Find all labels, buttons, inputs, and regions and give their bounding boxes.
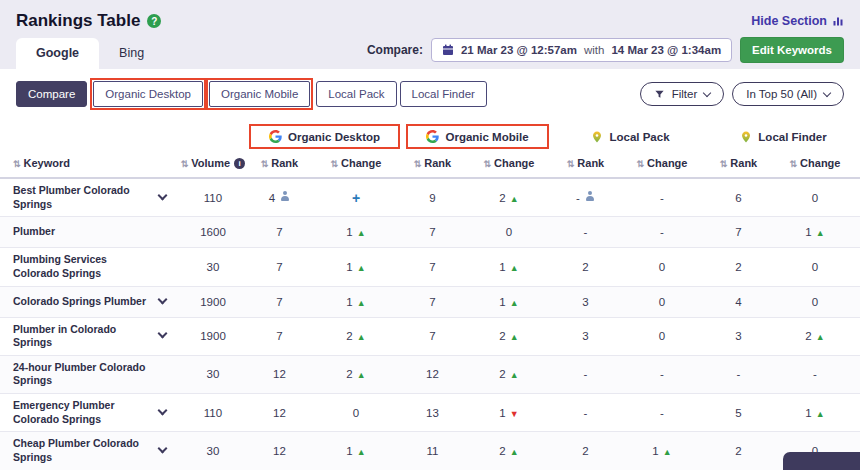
column-header-rank[interactable]: ⇅Rank xyxy=(554,154,617,178)
chevron-down-icon[interactable] xyxy=(158,190,168,200)
change-cell: 1▲ xyxy=(464,286,554,317)
rank-cell: 7 xyxy=(401,286,464,317)
rank-value: 2 xyxy=(582,445,588,457)
rank-value: 12 xyxy=(273,445,286,457)
rank-value: 7 xyxy=(276,226,282,238)
change-value: - xyxy=(660,368,664,380)
change-value: - xyxy=(813,368,817,380)
compare-button[interactable]: Compare xyxy=(16,81,87,107)
column-header-rank[interactable]: ⇅Rank xyxy=(707,154,770,178)
help-icon[interactable]: ? xyxy=(147,14,161,28)
change-cell: 2▲ xyxy=(311,317,401,355)
change-cell: 1▼ xyxy=(464,394,554,432)
chevron-down-icon[interactable] xyxy=(158,444,168,454)
rank-cell: 4 xyxy=(248,178,311,217)
compare-date-from: 21 Mar 23 @ 12:57am xyxy=(461,44,577,56)
change-value: 0 xyxy=(812,192,818,204)
up-arrow-icon: ▲ xyxy=(816,228,825,238)
change-cell: 0 xyxy=(617,317,707,355)
rank-cell: 6 xyxy=(707,178,770,217)
chevron-down-icon[interactable] xyxy=(158,405,168,415)
change-cell: 1▲ xyxy=(311,432,401,470)
change-value: 2 xyxy=(346,330,352,342)
rank-value: 12 xyxy=(273,407,286,419)
change-value: 0 xyxy=(659,296,665,308)
bottom-right-widget[interactable] xyxy=(783,452,860,470)
up-arrow-icon: ▲ xyxy=(357,370,366,380)
rank-cell: - xyxy=(554,355,617,393)
keyword-label: Plumber xyxy=(13,225,55,237)
local-finder-button[interactable]: Local Finder xyxy=(400,81,487,107)
date-range-picker[interactable]: 21 Mar 23 @ 12:57am with 14 Mar 23 @ 1:3… xyxy=(431,38,732,62)
keyword-label: Emergency Plumber Colorado Springs xyxy=(13,399,115,425)
chevron-down-icon[interactable] xyxy=(158,329,168,339)
table-toolbar: Compare Organic Desktop Organic Mobile L… xyxy=(0,69,860,118)
change-cell: 1▲ xyxy=(770,217,860,248)
column-header-change[interactable]: ⇅Change xyxy=(770,154,860,178)
chevron-down-icon xyxy=(823,88,831,96)
table-row: Plumber160071▲70--71▲ xyxy=(0,217,860,248)
group-header-organic-mobile: Organic Mobile xyxy=(406,124,548,149)
column-header-rank[interactable]: ⇅Rank xyxy=(401,154,464,178)
volume-cell: 1900 xyxy=(178,286,248,317)
change-cell: 1▲ xyxy=(464,248,554,286)
keyword-cell: Plumber in Colorado Springs xyxy=(0,317,178,355)
edit-keywords-button[interactable]: Edit Keywords xyxy=(740,37,844,63)
volume-cell: 1900 xyxy=(178,317,248,355)
local-pack-button[interactable]: Local Pack xyxy=(316,81,396,107)
organic-desktop-button[interactable]: Organic Desktop xyxy=(93,81,203,107)
rank-cell: 12 xyxy=(401,355,464,393)
chevron-down-icon xyxy=(703,88,711,96)
tab-google[interactable]: Google xyxy=(16,38,99,69)
rank-value: 7 xyxy=(276,330,282,342)
rank-cell: 3 xyxy=(707,317,770,355)
volume-cell: 30 xyxy=(178,432,248,470)
change-value: 2 xyxy=(805,330,811,342)
column-header-rank[interactable]: ⇅Rank xyxy=(248,154,311,178)
column-header-change[interactable]: ⇅Change xyxy=(464,154,554,178)
column-header-volume[interactable]: ⇅Volumei xyxy=(178,154,248,178)
calendar-icon xyxy=(442,44,454,56)
table-row: 24-hour Plumber Colorado Springs30122▲12… xyxy=(0,355,860,393)
change-cell: 1▲ xyxy=(770,394,860,432)
volume-cell: 30 xyxy=(178,248,248,286)
top-filter-dropdown[interactable]: In Top 50 (All) xyxy=(732,82,844,106)
column-header-keyword[interactable]: ⇅Keyword xyxy=(0,154,178,178)
tab-bing[interactable]: Bing xyxy=(99,38,164,69)
chevron-down-icon[interactable] xyxy=(158,294,168,304)
rank-value: 13 xyxy=(426,407,439,419)
rank-value: 5 xyxy=(735,407,741,419)
rank-cell: 3 xyxy=(554,286,617,317)
table-body: Best Plumber Colorado Springs1104+92▲--6… xyxy=(0,178,860,470)
sort-icon: ⇅ xyxy=(331,159,339,169)
google-icon xyxy=(426,130,439,143)
funnel-icon xyxy=(654,89,665,100)
rank-value: 11 xyxy=(427,445,439,457)
change-cell: 2▲ xyxy=(464,355,554,393)
change-value: 1 xyxy=(499,261,505,273)
bar-chart-icon xyxy=(832,15,844,27)
column-header-change[interactable]: ⇅Change xyxy=(311,154,401,178)
section-header: Rankings Table ? Hide Section xyxy=(0,0,860,35)
sort-icon: ⇅ xyxy=(637,159,645,169)
change-cell: 0 xyxy=(770,248,860,286)
filter-dropdown[interactable]: Filter xyxy=(640,82,725,106)
change-value: 0 xyxy=(812,261,818,273)
sort-icon: ⇅ xyxy=(13,159,21,169)
up-arrow-icon: ▲ xyxy=(357,447,366,457)
rank-value: - xyxy=(584,407,588,419)
column-header-change[interactable]: ⇅Change xyxy=(617,154,707,178)
rank-value: 4 xyxy=(269,192,275,204)
highlight-box-organic-mobile-button: Organic Mobile xyxy=(206,78,313,110)
sort-icon: ⇅ xyxy=(261,159,269,169)
page-title: Rankings Table xyxy=(16,11,140,31)
change-cell: 1▲ xyxy=(311,286,401,317)
hide-section-link[interactable]: Hide Section xyxy=(751,14,844,28)
info-icon[interactable]: i xyxy=(234,158,245,169)
rank-cell: 7 xyxy=(401,317,464,355)
keyword-cell: Cheap Plumber Colorado Springs xyxy=(0,432,178,470)
change-value: 2 xyxy=(499,368,505,380)
sort-icon: ⇅ xyxy=(484,159,492,169)
rank-cell: - xyxy=(554,178,617,217)
organic-mobile-button[interactable]: Organic Mobile xyxy=(209,81,310,107)
